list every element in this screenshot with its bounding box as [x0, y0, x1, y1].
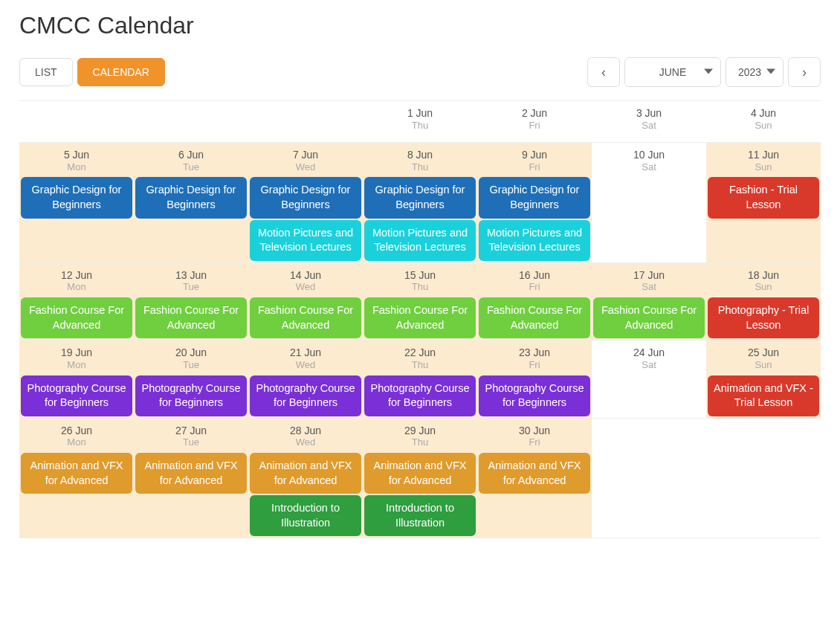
events-container: Photography - Trial Lesson	[706, 297, 821, 340]
day-cell: 8 JunThuGraphic Design for BeginnersMoti…	[363, 143, 477, 263]
day-cell: 25 JunSunAnimation and VFX - Trial Lesso…	[706, 341, 821, 419]
day-dow: Mon	[19, 436, 134, 448]
event-intro_illustration[interactable]: Introduction to Illustration	[364, 495, 476, 536]
event-graphic_design_beginners[interactable]: Graphic Design for Beginners	[364, 177, 476, 218]
event-graphic_design_beginners[interactable]: Graphic Design for Beginners	[479, 177, 590, 218]
day-cell: 18 JunSunPhotography - Trial Lesson	[706, 263, 821, 341]
day-dow: Wed	[248, 436, 363, 448]
day-cell: 5 JunMonGraphic Design for Beginners	[19, 143, 134, 263]
day-cell: 9 JunFriGraphic Design for BeginnersMoti…	[477, 143, 592, 263]
day-date: 2 Jun	[477, 107, 592, 120]
event-motion_pictures_tv[interactable]: Motion Pictures and Television Lectures	[479, 220, 590, 261]
event-graphic_design_beginners[interactable]: Graphic Design for Beginners	[250, 177, 361, 218]
day-header: 26 JunMon	[19, 422, 134, 453]
day-date: 8 Jun	[363, 149, 477, 161]
day-header: 21 JunWed	[248, 344, 363, 375]
next-month-button[interactable]: ›	[788, 57, 821, 87]
events-container: Fashion - Trial Lesson	[706, 177, 821, 219]
day-cell: 17 JunSatFashion Course For Advanced	[592, 263, 706, 341]
day-date: 6 Jun	[134, 149, 248, 161]
events-container: Graphic Design for Beginners	[134, 177, 248, 219]
day-dow: Fri	[477, 359, 592, 371]
prev-month-button[interactable]: ‹	[587, 57, 620, 87]
day-date: 29 Jun	[363, 425, 477, 437]
day-date: 3 Jun	[592, 107, 706, 120]
day-cell	[706, 419, 821, 539]
event-photography_beginners[interactable]: Photography Course for Beginners	[479, 375, 590, 416]
month-select[interactable]: JUNE	[624, 57, 721, 87]
day-header: 16 JunFri	[477, 266, 592, 297]
day-dow: Sat	[592, 281, 706, 293]
day-dow: Sat	[592, 120, 706, 132]
event-fashion_advanced[interactable]: Fashion Course For Advanced	[250, 297, 361, 338]
day-cell: 14 JunWedFashion Course For Advanced	[248, 263, 363, 341]
day-cell: 16 JunFriFashion Course For Advanced	[477, 263, 592, 341]
day-dow: Sun	[706, 359, 821, 371]
event-animation_vfx_advanced[interactable]: Animation and VFX for Advanced	[21, 453, 132, 494]
day-cell: 24 JunSat	[592, 341, 706, 419]
day-header: 18 JunSun	[706, 266, 821, 297]
event-photography_beginners[interactable]: Photography Course for Beginners	[250, 375, 361, 416]
month-select-value: JUNE	[659, 66, 687, 78]
event-animation_vfx_advanced[interactable]: Animation and VFX for Advanced	[364, 453, 476, 494]
event-photography_trial[interactable]: Photography - Trial Lesson	[708, 297, 819, 338]
day-header: 22 JunThu	[363, 344, 477, 375]
event-fashion_advanced[interactable]: Fashion Course For Advanced	[21, 297, 132, 338]
day-cell: 22 JunThuPhotography Course for Beginner…	[363, 341, 477, 419]
day-header: 14 JunWed	[248, 266, 363, 297]
day-cell: 7 JunWedGraphic Design for BeginnersMoti…	[248, 143, 363, 263]
list-view-button[interactable]: LIST	[19, 58, 73, 86]
event-animation_vfx_advanced[interactable]: Animation and VFX for Advanced	[479, 453, 590, 494]
events-container: Photography Course for Beginners	[477, 375, 592, 418]
event-animation_vfx_trial[interactable]: Animation and VFX - Trial Lesson	[708, 375, 819, 416]
day-cell: 1 JunThu	[363, 101, 477, 143]
event-graphic_design_beginners[interactable]: Graphic Design for Beginners	[21, 177, 132, 218]
event-motion_pictures_tv[interactable]: Motion Pictures and Television Lectures	[364, 220, 476, 261]
events-container: Photography Course for Beginners	[19, 375, 134, 418]
day-dow: Thu	[363, 436, 477, 448]
day-cell	[592, 419, 706, 539]
day-dow: Thu	[363, 161, 477, 173]
day-date: 4 Jun	[706, 107, 821, 120]
day-header: 9 JunFri	[477, 146, 592, 177]
day-header: 19 JunMon	[19, 344, 134, 375]
event-fashion_advanced[interactable]: Fashion Course For Advanced	[479, 297, 590, 338]
event-animation_vfx_advanced[interactable]: Animation and VFX for Advanced	[135, 453, 247, 494]
day-header: 20 JunTue	[134, 344, 248, 375]
day-dow: Tue	[134, 359, 248, 371]
day-dow: Tue	[134, 436, 248, 448]
event-fashion_advanced[interactable]: Fashion Course For Advanced	[135, 297, 247, 338]
calendar-view-button[interactable]: CALENDAR	[77, 58, 165, 86]
day-header: 23 JunFri	[477, 344, 592, 375]
day-cell: 28 JunWedAnimation and VFX for AdvancedI…	[248, 419, 363, 539]
day-cell	[19, 101, 134, 143]
day-dow: Mon	[19, 281, 134, 293]
year-select[interactable]: 2023	[726, 57, 784, 87]
day-date: 28 Jun	[248, 425, 363, 437]
day-date: 13 Jun	[134, 269, 248, 282]
day-cell: 19 JunMonPhotography Course for Beginner…	[19, 341, 134, 419]
day-date: 16 Jun	[477, 269, 592, 282]
event-fashion_advanced[interactable]: Fashion Course For Advanced	[364, 297, 476, 338]
day-header: 13 JunTue	[134, 266, 248, 297]
day-header: 1 JunThu	[363, 104, 477, 135]
event-fashion_trial[interactable]: Fashion - Trial Lesson	[708, 177, 819, 218]
event-fashion_advanced[interactable]: Fashion Course For Advanced	[593, 297, 705, 338]
chevron-down-icon	[766, 66, 775, 78]
events-container: Animation and VFX for Advanced	[19, 453, 134, 495]
day-dow: Fri	[477, 436, 592, 448]
day-dow: Sat	[592, 359, 706, 371]
day-dow: Thu	[363, 120, 477, 132]
events-container: Animation and VFX for Advanced	[477, 453, 592, 495]
event-intro_illustration[interactable]: Introduction to Illustration	[250, 495, 361, 536]
event-photography_beginners[interactable]: Photography Course for Beginners	[135, 375, 247, 416]
event-graphic_design_beginners[interactable]: Graphic Design for Beginners	[135, 177, 247, 218]
day-dow: Sat	[592, 161, 706, 173]
day-date: 22 Jun	[363, 346, 477, 359]
event-photography_beginners[interactable]: Photography Course for Beginners	[21, 375, 132, 416]
day-date: 18 Jun	[706, 269, 821, 282]
event-animation_vfx_advanced[interactable]: Animation and VFX for Advanced	[250, 453, 361, 494]
event-motion_pictures_tv[interactable]: Motion Pictures and Television Lectures	[250, 220, 361, 261]
event-photography_beginners[interactable]: Photography Course for Beginners	[364, 375, 476, 416]
calendar-grid: 1 JunThu2 JunFri3 JunSat4 JunSun5 JunMon…	[19, 100, 821, 538]
